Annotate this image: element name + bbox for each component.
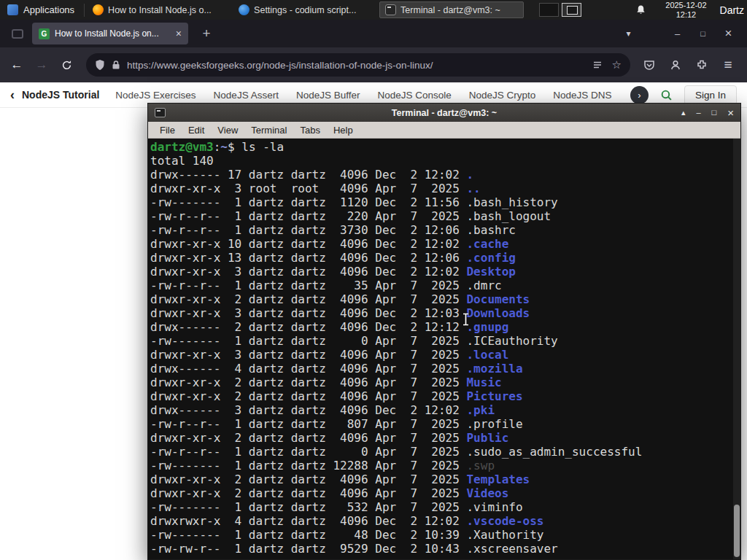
panel-clock[interactable]: 2025-12-02 12:12 xyxy=(665,1,706,20)
terminal-body: dartz@vm3:~$ ls -la total 140 drwx------… xyxy=(148,139,740,559)
window-controls: ▾ – □ × xyxy=(616,26,741,41)
taskbar-button[interactable]: How to Install Node.js o... xyxy=(88,1,232,18)
terminal-output: dartz@vm3:~$ ls -la total 140 drwx------… xyxy=(148,139,740,556)
account-icon[interactable] xyxy=(662,53,689,77)
list-tabs-icon[interactable]: ▾ xyxy=(616,28,641,39)
applications-label: Applications xyxy=(23,4,74,15)
site-favicon: G xyxy=(39,28,50,39)
url-bar[interactable]: https://www.geeksforgeeks.org/node-js/in… xyxy=(86,53,630,77)
terminal-menu-help[interactable]: Help xyxy=(327,123,360,137)
terminal-title: Terminal - dartz@vm3: ~ xyxy=(148,108,740,118)
site-nav-item[interactable]: NodeJS DNS xyxy=(553,90,611,101)
panel-separator xyxy=(84,4,85,17)
reader-mode-icon[interactable] xyxy=(592,60,603,70)
settings-icon xyxy=(239,4,249,15)
top-panel: Applications How to Install Node.js o...… xyxy=(0,0,747,20)
notification-bell-icon[interactable] xyxy=(635,4,646,15)
window-buttons: How to Install Node.js o...Settings - co… xyxy=(87,0,525,20)
terminal-window-controls: ▴ – □ × xyxy=(681,107,734,118)
taskbar-button[interactable]: Settings - codium script... xyxy=(233,1,378,18)
site-nav-item[interactable]: NodeJS Assert xyxy=(214,90,279,101)
back-button[interactable]: ← xyxy=(4,53,29,77)
terminal-menubar: FileEditViewTerminalTabsHelp xyxy=(148,122,740,139)
terminal-menu-view[interactable]: View xyxy=(211,123,244,137)
firefox-icon xyxy=(93,4,104,15)
workspace-1[interactable] xyxy=(539,3,559,17)
bookmark-star-icon[interactable]: ☆ xyxy=(612,58,622,71)
scrollbar-thumb[interactable] xyxy=(734,505,740,557)
taskbar-button[interactable]: Terminal - dartz@vm3: ~ xyxy=(379,1,524,18)
toolbar-icons: ≡ xyxy=(636,53,741,77)
menu-icon[interactable]: ≡ xyxy=(715,53,741,77)
applications-menu[interactable]: Applications xyxy=(0,0,82,20)
search-icon[interactable] xyxy=(660,89,673,101)
terminal-menu-file[interactable]: File xyxy=(153,123,182,137)
nav-forward-chevron-icon[interactable]: › xyxy=(630,86,649,104)
pocket-icon[interactable] xyxy=(636,53,662,77)
terminal-close-button[interactable]: × xyxy=(727,107,734,118)
terminal-window: Terminal - dartz@vm3: ~ ▴ – □ × FileEdit… xyxy=(147,103,741,560)
new-tab-button[interactable]: + xyxy=(197,26,216,42)
site-nav-item[interactable]: NodeJS Crypto xyxy=(469,90,536,101)
tab-bar: G How to Install Node.js on... × + ▾ – □… xyxy=(0,20,747,47)
shade-button[interactable]: ▴ xyxy=(681,109,686,117)
extensions-icon[interactable] xyxy=(689,53,715,77)
minimize-button[interactable]: – xyxy=(665,28,690,39)
tracking-shield-icon[interactable] xyxy=(95,59,105,71)
site-nav-right: › Sign In xyxy=(626,85,737,105)
site-nav-items: NodeJS ExercisesNodeJS AssertNodeJS Buff… xyxy=(115,90,626,101)
tab-close-icon[interactable]: × xyxy=(176,28,182,39)
terminal-icon xyxy=(385,4,396,15)
terminal-icon xyxy=(155,108,166,117)
terminal-minimize-button[interactable]: – xyxy=(696,109,700,117)
site-nav-item-active[interactable]: NodeJS Tutorial xyxy=(22,89,99,101)
taskbar-button-title: Settings - codium script... xyxy=(254,5,373,15)
site-nav-item[interactable]: NodeJS Console xyxy=(377,90,451,101)
terminal-scrollbar[interactable] xyxy=(733,139,740,559)
workspace-switcher xyxy=(539,3,581,17)
desktop: Applications How to Install Node.js o...… xyxy=(0,0,747,560)
close-button[interactable]: × xyxy=(716,26,741,41)
site-nav-item[interactable]: NodeJS Exercises xyxy=(115,90,196,101)
site-nav-item[interactable]: NodeJS Buffer xyxy=(296,90,360,101)
mouse-cursor xyxy=(462,313,470,329)
applications-icon xyxy=(7,4,18,15)
workspace-2-active[interactable] xyxy=(562,3,581,17)
taskbar-button-title: How to Install Node.js o... xyxy=(108,5,227,15)
terminal-menu-tabs[interactable]: Tabs xyxy=(293,123,326,137)
clock-date: 2025-12-02 xyxy=(665,1,706,10)
terminal-titlebar[interactable]: Terminal - dartz@vm3: ~ ▴ – □ × xyxy=(148,104,740,122)
maximize-button[interactable]: □ xyxy=(690,29,716,38)
reload-button[interactable] xyxy=(54,53,79,77)
sign-in-button[interactable]: Sign In xyxy=(684,85,737,105)
terminal-maximize-button[interactable]: □ xyxy=(712,109,717,117)
terminal-menu-terminal[interactable]: Terminal xyxy=(244,123,293,137)
forward-button[interactable]: → xyxy=(29,53,54,77)
firefox-view-icon[interactable] xyxy=(12,29,23,39)
lock-icon[interactable] xyxy=(112,60,120,70)
browser-tab[interactable]: G How to Install Node.js on... × xyxy=(32,23,188,44)
nav-back-chevron-icon[interactable]: ‹ xyxy=(10,88,15,103)
taskbar-button-title: Terminal - dartz@vm3: ~ xyxy=(400,5,518,15)
url-text[interactable]: https://www.geeksforgeeks.org/node-js/in… xyxy=(127,60,586,71)
clock-time: 12:12 xyxy=(676,10,697,20)
panel-user-label: Dartz xyxy=(720,4,744,16)
terminal-menu-edit[interactable]: Edit xyxy=(182,123,211,137)
browser-toolbar: ← → https://www.geeksforgeeks.org/node-j… xyxy=(0,47,747,82)
tab-title: How to Install Node.js on... xyxy=(55,28,171,39)
